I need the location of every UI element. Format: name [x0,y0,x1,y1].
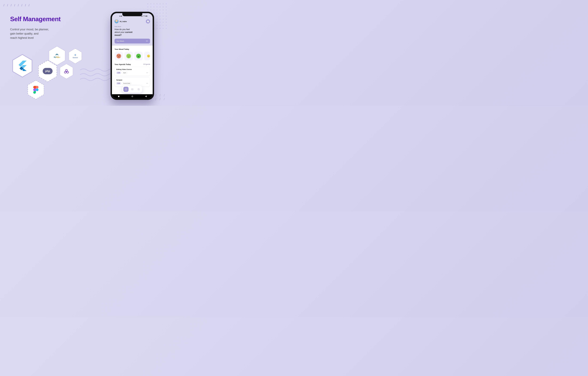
agenda-arrow-icon [146,83,148,84]
angry-face-icon [116,53,121,59]
agenda-tag-chip: Food & Drink [122,82,131,85]
svg-point-11 [64,71,66,73]
svg-point-37 [147,73,147,73]
agenda-item-title: Editing Video Course [116,69,148,70]
daily-mood-question: How do you feel about your current mood? [115,28,150,37]
svg-point-26 [148,21,149,21]
partial-face-icon [147,53,150,59]
home-icon [125,88,127,91]
agenda-tag-chip: Sport [122,72,127,74]
laugh-face-icon [136,53,141,59]
nav-notes[interactable] [136,87,141,92]
svg-point-29 [117,54,121,58]
php-icon: php [43,68,53,74]
svg-point-33 [119,56,120,56]
android-back-icon[interactable] [145,95,147,97]
user-avatar[interactable] [115,19,118,23]
app-header-section: 3:46 [112,13,153,46]
submit-arrow-icon [146,40,148,42]
agenda-time-chip: 2:20 [116,72,121,74]
android-nav-bar [112,94,153,98]
svg-rect-17 [142,16,142,17]
mood-smile[interactable] [124,52,133,60]
svg-point-32 [118,56,118,56]
stats-icon [131,88,133,91]
nav-stats[interactable] [130,87,135,92]
hero-subtitle: Control your mood, be planner, gain bett… [10,27,83,40]
hero-sub-line1: Control your mood, be planner, [10,28,49,31]
phone-notch [122,13,142,16]
svg-point-12 [67,71,69,73]
tech-hex-cluster: MySQL® Gemini php [12,47,87,104]
svg-point-10 [65,69,67,71]
agenda-arrow-icon [146,72,148,73]
hero-sub-line2: gain better quality, and [10,32,38,35]
decor-slashes-tl: / / / / / / / / [3,3,30,7]
hero-sub-line3: reach highest level [10,36,34,39]
bottom-nav [122,86,142,93]
svg-rect-16 [142,16,142,17]
daily-mood-label: Daily Mood [115,26,150,27]
asana-icon [64,69,69,73]
hex-php: php [38,60,58,82]
nav-home[interactable] [123,87,128,92]
android-home-icon[interactable] [132,96,133,97]
flutter-icon [18,61,27,71]
agenda-card[interactable]: Editing Video Course 2:20 Sport [115,67,150,76]
svg-point-36 [147,55,150,58]
svg-point-34 [126,54,131,58]
chat-bubble-icon [147,20,149,22]
notes-icon [138,88,140,91]
status-time: 3:46 [119,15,122,17]
hex-flutter [12,54,33,78]
smile-face-icon [126,53,131,59]
mood-today-title: Your Mood Today [115,48,150,50]
hero-section: Self Management Control your mood, be pl… [10,15,83,40]
hex-figma [27,80,45,100]
svg-point-23 [148,21,149,22]
mood-laugh[interactable] [134,52,143,60]
svg-point-35 [136,54,141,58]
android-recents-icon[interactable] [118,96,119,97]
svg-rect-45 [138,88,139,90]
svg-point-18 [144,16,144,17]
mysql-dolphin-icon [55,53,59,56]
agenda-item-title: Sarapan [116,79,148,81]
gemini-label: Gemini [73,57,78,59]
hero-title: Self Management [10,15,83,22]
all-agenda-link[interactable]: All Agenda [143,63,150,65]
svg-rect-14 [141,16,141,17]
wifi-icon [143,16,145,17]
app-screen: 3:46 [112,13,153,98]
chat-button[interactable] [146,19,150,23]
agenda-time-chip: 6:50 [116,82,121,84]
mood-placeholder: Your Mood.. [117,40,125,42]
mood-input[interactable]: Your Mood.. [115,39,150,43]
battery-icon [145,16,148,17]
hex-asana [59,63,74,79]
svg-rect-21 [147,16,148,16]
svg-rect-15 [141,16,142,17]
greeting-text: Hi, Indre [120,21,127,22]
mood-partial[interactable] [144,52,150,60]
svg-point-39 [147,83,147,84]
gemini-star-icon [74,54,76,56]
svg-point-24 [148,21,148,21]
svg-point-27 [146,41,147,41]
agenda-title: Your Agenda Today [115,63,131,65]
figma-icon [33,86,38,94]
mood-angry[interactable] [115,52,123,60]
mood-row [115,52,150,60]
agenda-card[interactable]: Sarapan 6:50 Food & Drink [115,77,150,86]
svg-point-25 [148,21,148,21]
phone-mockup: 3:46 [111,12,154,100]
hex-gemini: Gemini [68,48,82,64]
svg-rect-20 [146,16,147,16]
